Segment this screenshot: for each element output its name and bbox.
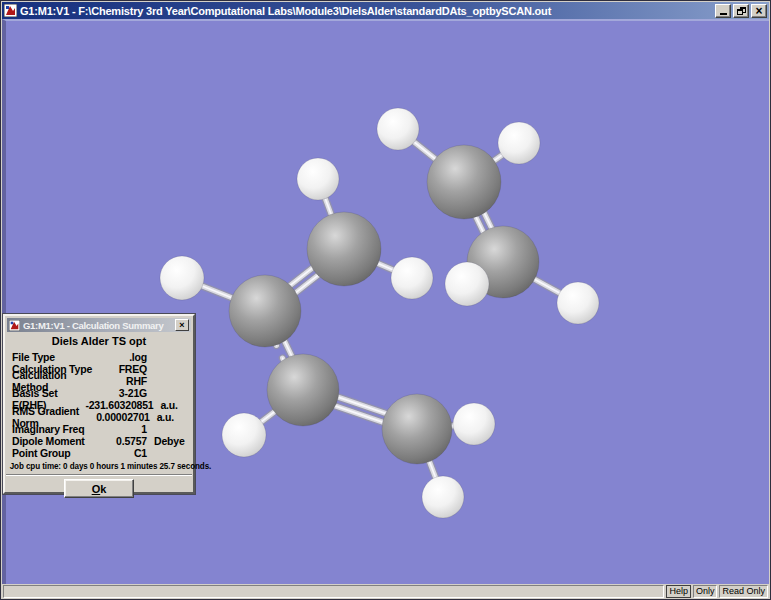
summary-label: Imaginary Freq — [12, 423, 104, 435]
summary-value: 1 — [104, 423, 147, 435]
summary-label: Dipole Moment — [12, 435, 104, 447]
status-message — [3, 585, 664, 598]
summary-unit: a.u. — [153, 399, 186, 411]
summary-rows: File Type.logCalculation TypeFREQCalcula… — [5, 351, 193, 459]
atom-He[interactable] — [222, 413, 266, 457]
atom-Hc2[interactable] — [391, 257, 433, 299]
summary-value: RHF — [104, 375, 147, 387]
dialog-close-icon: × — [179, 321, 184, 330]
summary-row: Calculation MethodRHF — [5, 375, 193, 387]
summary-unit: a.u. — [150, 411, 186, 423]
atom-Hb2[interactable] — [557, 282, 599, 324]
atom-C4[interactable] — [229, 275, 301, 347]
model-viewport[interactable] — [2, 19, 769, 584]
close-button[interactable]: × — [751, 4, 767, 18]
status-readonly: Read Only — [719, 585, 768, 598]
summary-value: 0.00002701 — [96, 411, 149, 423]
dialog-icon — [9, 320, 20, 331]
summary-unit: Debye — [147, 435, 186, 447]
cpu-time: Job cpu time: 0 days 0 hours 1 minutes 2… — [10, 461, 189, 471]
summary-row: File Type.log — [5, 351, 193, 363]
dialog-titlebar[interactable]: G1:M1:V1 - Calculation Summary × — [7, 318, 191, 332]
atom-Hb1[interactable] — [445, 262, 489, 306]
app-icon — [4, 4, 17, 17]
restore-button[interactable] — [733, 4, 749, 18]
atom-Ha2[interactable] — [498, 122, 540, 164]
window-title: G1:M1:V1 - F:\Chemistry 3rd Year\Computa… — [20, 5, 712, 17]
close-icon: × — [755, 6, 762, 16]
summary-label: File Type — [12, 351, 104, 363]
summary-row: Point GroupC1 — [5, 447, 193, 459]
ok-button[interactable]: Ok — [64, 479, 134, 498]
separator — [6, 474, 192, 476]
restore-icon — [737, 7, 746, 15]
titlebar[interactable]: G1:M1:V1 - F:\Chemistry 3rd Year\Computa… — [2, 2, 769, 19]
atom-Hd[interactable] — [160, 256, 204, 300]
summary-row: Basis Set3-21G — [5, 387, 193, 399]
summary-label: Point Group — [12, 447, 104, 459]
dialog-title: G1:M1:V1 - Calculation Summary — [23, 320, 172, 331]
minimize-button[interactable] — [715, 4, 731, 18]
atom-Hf1[interactable] — [453, 403, 495, 445]
summary-value: 0.5757 — [104, 435, 147, 447]
atom-C5[interactable] — [267, 354, 339, 426]
status-only: Only — [693, 585, 718, 598]
atom-Hc1[interactable] — [297, 158, 339, 200]
atom-C1[interactable] — [427, 145, 501, 219]
job-title: Diels Alder TS opt — [5, 335, 193, 347]
atom-Hf2[interactable] — [422, 476, 464, 518]
summary-value: 3-21G — [104, 387, 147, 399]
help-button[interactable]: Help — [666, 585, 691, 598]
calculation-summary-dialog: G1:M1:V1 - Calculation Summary × Diels A… — [3, 314, 195, 494]
summary-row: Dipole Moment0.5757Debye — [5, 435, 193, 447]
summary-value: C1 — [104, 447, 147, 459]
summary-row: Imaginary Freq1 — [5, 423, 193, 435]
atom-Ha1[interactable] — [377, 108, 419, 150]
summary-value: FREQ — [104, 363, 147, 375]
minimize-icon — [720, 13, 727, 15]
summary-row: RMS Gradient Norm0.00002701a.u. — [5, 411, 193, 423]
dialog-close-button[interactable]: × — [175, 319, 189, 331]
main-window: G1:M1:V1 - F:\Chemistry 3rd Year\Computa… — [0, 0, 771, 600]
atom-C3[interactable] — [307, 212, 381, 286]
statusbar: Help Only Read Only — [2, 585, 769, 598]
summary-value: .log — [104, 351, 147, 363]
summary-label: Basis Set — [12, 387, 104, 399]
atom-C6[interactable] — [382, 394, 452, 464]
